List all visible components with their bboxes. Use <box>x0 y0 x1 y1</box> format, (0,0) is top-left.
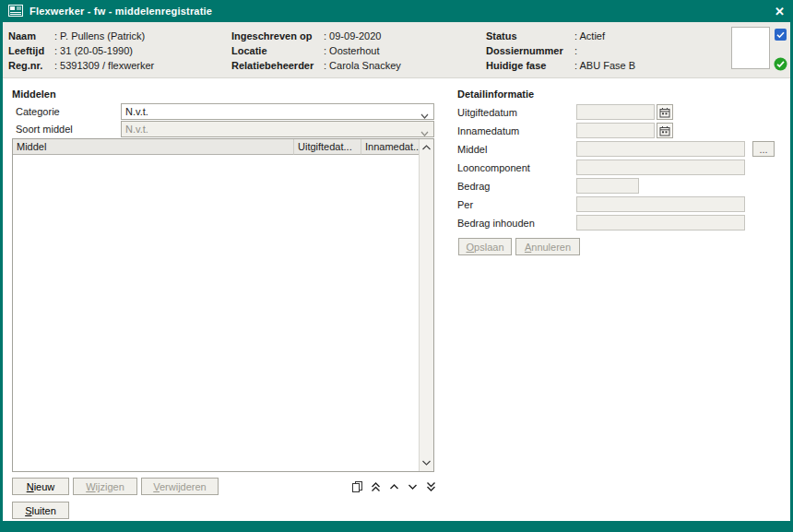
middelen-section-title: Middelen <box>12 89 56 100</box>
field-leeftijd-value: : 31 (20-05-1990) <box>54 45 133 56</box>
annuleren-button-label: Annuleren <box>525 242 571 253</box>
field-relatiebeheerder: Relatiebeheerder: Carola Snackey <box>231 58 401 73</box>
bedrag-label: Bedrag <box>457 181 576 192</box>
sluiten-button-label: Sluiten <box>25 505 56 516</box>
wijzigen-button[interactable]: Wijzigen <box>73 478 137 495</box>
looncomponent-row: Looncomponent <box>457 160 745 175</box>
field-naam-label: Naam <box>8 29 54 43</box>
bedrag-row: Bedrag <box>457 178 639 194</box>
chevron-down-icon <box>420 127 429 138</box>
middelen-table-header: Middel Uitgiftedat... Innamedat... <box>13 139 419 155</box>
field-ingeschreven-value: : 09-09-2020 <box>324 30 381 41</box>
detail-section-title: Detailinformatie <box>457 89 534 100</box>
field-naam: Naam: P. Pullens (Patrick) <box>8 29 154 43</box>
soort-middel-row: Soort middel N.v.t. <box>16 121 434 137</box>
field-leeftijd: Leeftijd: 31 (20-05-1990) <box>8 43 154 58</box>
opslaan-button-label: Opslaan <box>467 242 504 253</box>
vertical-scrollbar[interactable] <box>419 139 433 471</box>
column-header-innamedatum[interactable]: Innamedat... <box>361 139 419 155</box>
header-column-3: Status: Actief Dossiernummer: Huidige fa… <box>486 29 635 73</box>
field-dossiernummer-value: : <box>574 45 577 56</box>
field-status: Status: Actief <box>486 29 635 43</box>
verwijderen-button-label: Verwijderen <box>153 481 206 492</box>
move-top-icon[interactable] <box>368 479 383 494</box>
nieuw-button[interactable]: Nieuw <box>12 478 69 495</box>
title-bar: Flexwerker - fw - middelenregistratie ✕ <box>0 0 793 22</box>
scrollbar-down-icon[interactable] <box>420 455 433 470</box>
field-locatie-value: : Oosterhout <box>324 45 380 56</box>
move-down-icon[interactable] <box>405 479 420 494</box>
list-toolbar <box>349 479 438 494</box>
field-locatie: Locatie: Oosterhout <box>231 43 401 58</box>
sluiten-button[interactable]: Sluiten <box>12 502 69 519</box>
innamedatum-row: Innamedatum <box>457 123 673 138</box>
main-content: Middelen Categorie N.v.t. Soort middel N… <box>3 79 790 521</box>
uitgiftedatum-label: Uitgiftedatum <box>457 107 576 118</box>
detail-panel: Detailinformatie Uitgiftedatum <box>454 79 778 521</box>
column-header-middel[interactable]: Middel <box>13 139 294 155</box>
per-input[interactable] <box>576 196 745 212</box>
looncomponent-input[interactable] <box>576 160 745 175</box>
field-regnr: Reg.nr.: 5391309 / flexwerker <box>8 58 154 73</box>
middelen-table: Middel Uitgiftedat... Innamedat... <box>12 138 434 472</box>
per-row: Per <box>457 196 745 212</box>
nieuw-button-label: Nieuw <box>27 481 55 492</box>
window-title: Flexwerker - fw - middelenregistratie <box>30 6 768 17</box>
field-relatiebeheerder-label: Relatiebeheerder <box>231 58 324 73</box>
person-header: Naam: P. Pullens (Patrick) Leeftijd: 31 … <box>3 22 790 78</box>
innamedatum-input[interactable] <box>576 123 655 138</box>
looncomponent-label: Looncomponent <box>457 162 576 173</box>
soort-middel-selected-value: N.v.t. <box>125 124 148 135</box>
soort-middel-select[interactable]: N.v.t. <box>121 121 434 137</box>
categorie-select[interactable]: N.v.t. <box>121 103 434 120</box>
soort-middel-label: Soort middel <box>16 124 121 135</box>
verwijderen-button[interactable]: Verwijderen <box>141 478 219 495</box>
middel-input[interactable] <box>576 141 745 157</box>
browse-button[interactable]: ... <box>752 141 775 157</box>
field-huidige-fase-value: : ABU Fase B <box>574 60 635 71</box>
field-status-label: Status <box>486 29 574 43</box>
field-locatie-label: Locatie <box>231 43 324 58</box>
bedrag-input[interactable] <box>576 178 639 194</box>
move-bottom-icon[interactable] <box>423 479 438 494</box>
field-leeftijd-label: Leeftijd <box>8 43 54 58</box>
field-naam-value: : P. Pullens (Patrick) <box>54 30 145 41</box>
per-label: Per <box>457 199 576 210</box>
calendar-icon[interactable] <box>657 104 673 120</box>
app-icon <box>8 5 23 18</box>
app-window: Flexwerker - fw - middelenregistratie ✕ … <box>0 0 793 532</box>
opslaan-button[interactable]: Opslaan <box>458 238 512 255</box>
annuleren-button[interactable]: Annuleren <box>515 238 580 255</box>
innamedatum-label: Innamedatum <box>457 125 576 136</box>
uitgiftedatum-input[interactable] <box>576 104 655 120</box>
field-dossiernummer: Dossiernummer: <box>486 43 635 58</box>
wijzigen-button-label: Wijzigen <box>86 481 124 492</box>
field-ingeschreven: Ingeschreven op: 09-09-2020 <box>231 29 401 43</box>
field-huidige-fase: Huidige fase: ABU Fase B <box>486 58 635 73</box>
move-up-icon[interactable] <box>386 479 401 494</box>
field-dossiernummer-label: Dossiernummer <box>486 43 574 58</box>
field-regnr-label: Reg.nr. <box>8 58 54 73</box>
close-icon[interactable]: ✕ <box>775 6 785 18</box>
field-huidige-fase-label: Huidige fase <box>486 58 574 73</box>
header-column-2: Ingeschreven op: 09-09-2020 Locatie: Oos… <box>231 29 401 73</box>
calendar-icon[interactable] <box>657 123 673 138</box>
copy-icon[interactable] <box>349 479 364 494</box>
bedrag-inhouden-row: Bedrag inhouden <box>457 215 745 231</box>
categorie-label: Categorie <box>16 106 121 117</box>
uitgiftedatum-row: Uitgiftedatum <box>457 104 673 120</box>
photo-placeholder <box>731 27 770 69</box>
field-ingeschreven-label: Ingeschreven op <box>231 29 324 43</box>
chevron-down-icon <box>420 110 429 121</box>
bedrag-inhouden-input[interactable] <box>576 215 745 231</box>
field-regnr-value: : 5391309 / flexwerker <box>54 60 154 71</box>
header-column-1: Naam: P. Pullens (Patrick) Leeftijd: 31 … <box>8 29 154 73</box>
window-body: Naam: P. Pullens (Patrick) Leeftijd: 31 … <box>3 22 790 521</box>
bedrag-inhouden-label: Bedrag inhouden <box>457 218 576 229</box>
column-header-uitgiftedatum[interactable]: Uitgiftedat... <box>294 139 361 155</box>
field-status-value: : Actief <box>574 30 605 41</box>
scrollbar-up-icon[interactable] <box>420 140 433 155</box>
header-checkbox[interactable] <box>775 29 787 41</box>
field-relatiebeheerder-value: : Carola Snackey <box>324 60 401 71</box>
categorie-row: Categorie N.v.t. <box>16 103 434 120</box>
